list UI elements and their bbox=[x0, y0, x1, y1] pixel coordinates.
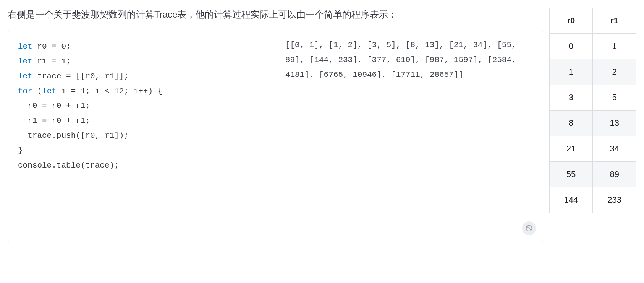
code-token: = bbox=[52, 42, 57, 51]
code-token: i bbox=[57, 87, 71, 96]
code-token bbox=[32, 87, 37, 96]
code-token: = bbox=[42, 101, 47, 110]
left-column: 右侧是一个关于斐波那契数列的计算Trace表，他的计算过程实际上可以由一个简单的… bbox=[8, 8, 543, 242]
code-token: 0 bbox=[61, 42, 66, 51]
code-token: let bbox=[42, 87, 57, 96]
code-pane: let r0 = 0; let r1 = 1; let trace = [[r0… bbox=[8, 31, 275, 242]
code-token: . bbox=[52, 131, 57, 140]
code-token: ; bbox=[85, 87, 90, 96]
code-token: = bbox=[71, 87, 76, 96]
table-cell: 34 bbox=[593, 136, 636, 162]
code-token: trace bbox=[85, 161, 109, 170]
table-cell: 55 bbox=[549, 162, 593, 187]
code-token: i bbox=[129, 87, 138, 96]
code-token: , bbox=[95, 72, 100, 81]
table-row: 35 bbox=[549, 85, 636, 111]
code-token: ; bbox=[85, 101, 90, 110]
code-token: trace bbox=[32, 72, 66, 81]
code-token: i bbox=[90, 87, 105, 96]
code-token: ); bbox=[109, 161, 119, 170]
code-token: ]]; bbox=[114, 72, 129, 81]
code-token: let bbox=[18, 72, 32, 81]
table-row: 2134 bbox=[549, 136, 636, 162]
code-token: r0 bbox=[18, 101, 42, 110]
code-token: r1 bbox=[18, 116, 42, 125]
code-token: ([ bbox=[76, 131, 85, 140]
code-token: r0 bbox=[47, 116, 66, 125]
code-token: 12 bbox=[114, 87, 124, 96]
code-token: ]); bbox=[114, 131, 129, 140]
code-token: < bbox=[105, 87, 110, 96]
table-row: 12 bbox=[549, 59, 636, 85]
table-cell: 144 bbox=[549, 187, 593, 213]
intro-text: 右侧是一个关于斐波那契数列的计算Trace表，他的计算过程实际上可以由一个简单的… bbox=[8, 8, 543, 21]
code-token: ( bbox=[37, 87, 42, 96]
code-token bbox=[57, 57, 61, 66]
code-token: let bbox=[18, 42, 32, 51]
code-token: r1 bbox=[32, 57, 52, 66]
code-token: console bbox=[18, 161, 52, 170]
table-header-cell: r1 bbox=[593, 8, 636, 34]
table-cell: 1 bbox=[549, 59, 593, 85]
code-token: ; bbox=[124, 87, 129, 96]
code-token bbox=[71, 72, 76, 81]
code-token: trace bbox=[18, 131, 52, 140]
code-token: ++) bbox=[138, 87, 153, 96]
code-token: = bbox=[52, 57, 57, 66]
code-token bbox=[110, 87, 115, 96]
table-row: 01 bbox=[549, 34, 636, 59]
code-token: ; bbox=[85, 116, 90, 125]
table-cell: 13 bbox=[593, 111, 636, 136]
code-token: r1 bbox=[100, 131, 114, 140]
page-container: 右侧是一个关于斐波那契数列的计算Trace表，他的计算过程实际上可以由一个简单的… bbox=[8, 8, 636, 242]
trace-table: r0r1 01123581321345589144233 bbox=[549, 8, 636, 213]
code-token: = bbox=[66, 72, 71, 81]
table-cell: 21 bbox=[549, 136, 593, 162]
output-text: [[0, 1], [1, 2], [3, 5], [8, 13], [21, 3… bbox=[285, 41, 516, 79]
code-token: r0 bbox=[32, 42, 52, 51]
code-token: [[ bbox=[76, 72, 85, 81]
code-token bbox=[57, 42, 61, 51]
code-token: ( bbox=[81, 161, 86, 170]
code-token: r1 bbox=[71, 116, 86, 125]
code-token: ; bbox=[66, 42, 71, 51]
code-token: + bbox=[66, 116, 71, 125]
code-token: table bbox=[57, 161, 81, 170]
code-token: = bbox=[42, 116, 47, 125]
table-cell: 1 bbox=[593, 34, 636, 59]
code-token: let bbox=[18, 57, 32, 66]
table-row: 144233 bbox=[549, 187, 636, 213]
table-cell: 2 bbox=[593, 59, 636, 85]
output-pane: [[0, 1], [1, 2], [3, 5], [8, 13], [21, 3… bbox=[275, 31, 543, 242]
table-body: 01123581321345589144233 bbox=[549, 34, 636, 213]
no-entry-icon bbox=[522, 221, 536, 235]
code-token bbox=[76, 87, 81, 96]
table-cell: 0 bbox=[549, 34, 593, 59]
code-token: push bbox=[57, 131, 76, 140]
code-token: + bbox=[66, 101, 71, 110]
code-token: { bbox=[158, 87, 163, 96]
table-cell: 233 bbox=[593, 187, 636, 213]
table-cell: 3 bbox=[549, 85, 593, 111]
code-token: . bbox=[52, 161, 57, 170]
code-token: for bbox=[18, 87, 32, 96]
code-output-box: let r0 = 0; let r1 = 1; let trace = [[r0… bbox=[8, 31, 543, 242]
table-cell: 5 bbox=[593, 85, 636, 111]
code-token: } bbox=[18, 146, 23, 155]
code-token: , bbox=[95, 131, 100, 140]
right-column: r0r1 01123581321345589144233 bbox=[549, 8, 636, 213]
table-header-row: r0r1 bbox=[549, 8, 636, 34]
code-token: ; bbox=[66, 57, 71, 66]
table-row: 813 bbox=[549, 111, 636, 136]
table-header-cell: r0 bbox=[549, 8, 593, 34]
code-token bbox=[153, 87, 158, 96]
code-token: r1 bbox=[100, 72, 114, 81]
code-token: 1 bbox=[61, 57, 66, 66]
svg-line-1 bbox=[527, 226, 531, 230]
code-token: r0 bbox=[85, 131, 95, 140]
code-token: 1 bbox=[81, 87, 86, 96]
table-cell: 89 bbox=[593, 162, 636, 187]
code-token: r0 bbox=[47, 101, 66, 110]
table-row: 5589 bbox=[549, 162, 636, 187]
code-token: r1 bbox=[71, 101, 86, 110]
